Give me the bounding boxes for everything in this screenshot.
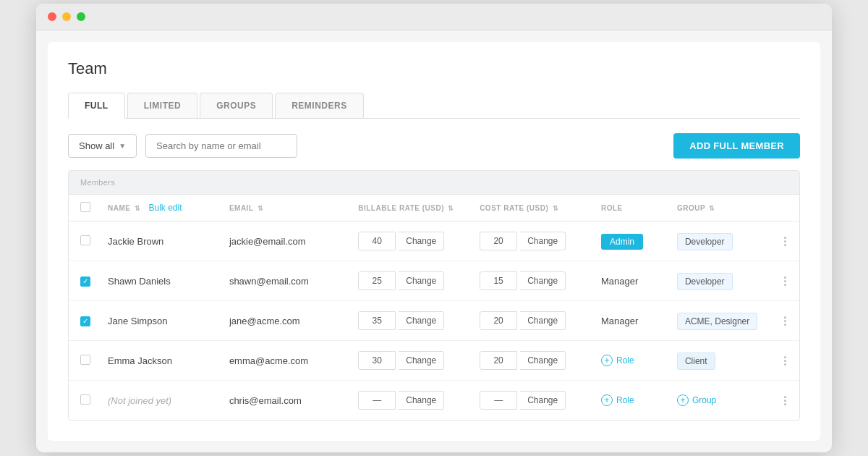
col-email: EMAIL ⇅ [221,195,349,221]
row-actions [771,221,799,261]
row-checkbox[interactable] [80,276,90,287]
table-row: Jane Simpsonjane@acme.comChangeChangeMan… [69,301,799,341]
billable-rate-change-button[interactable]: Change [399,232,444,250]
table-row: Jackie Brownjackie@email.comChangeChange… [69,221,799,261]
add-group-button[interactable]: +Group [677,394,762,406]
role-text: Manager [601,316,638,326]
billable-rate-input[interactable] [358,351,396,370]
member-role: +Role [592,381,668,421]
member-email: emma@acme.com [221,341,349,381]
member-name: Shawn Daniels [108,276,171,287]
role-badge: Admin [601,234,643,250]
table-row: (Not joined yet)chris@email.comChangeCha… [69,381,799,421]
member-role: Admin [592,221,668,261]
row-checkbox[interactable] [80,316,90,326]
member-name: Emma Jackson [108,355,172,366]
add-role-button[interactable]: +Role [601,394,660,406]
row-actions [771,261,799,301]
select-all-checkbox[interactable] [80,202,90,212]
billable-rate-change-button[interactable]: Change [399,391,444,410]
cost-rate-input[interactable] [480,232,517,250]
group-badge: Client [677,352,715,370]
billable-rate-change-button[interactable]: Change [399,271,444,290]
more-options-button[interactable] [780,393,791,408]
search-input[interactable] [145,134,297,158]
main-content: Team FULL LIMITED GROUPS REMINDERS Show … [48,42,820,441]
section-label: Members [69,171,799,195]
more-options-button[interactable] [780,313,791,329]
plus-icon: + [677,394,689,406]
cost-sort-icon[interactable]: ⇅ [553,205,559,212]
row-checkbox[interactable] [80,235,90,245]
page-title: Team [68,59,800,78]
table-header-row: NAME ⇅ Bulk edit EMAIL ⇅ BILLABLE RATE (… [69,195,799,221]
member-name: Jackie Brown [108,236,163,247]
plus-icon: + [601,394,613,406]
billable-rate-change-button[interactable]: Change [399,311,444,330]
col-cost-rate: COST RATE (USD) ⇅ [471,195,592,221]
show-all-label: Show all [79,140,114,151]
tab-full[interactable]: FULL [68,93,125,119]
add-full-member-button[interactable]: ADD FULL MEMBER [673,133,800,159]
member-email: chris@email.com [221,381,349,421]
more-options-button[interactable] [780,353,791,368]
minimize-dot[interactable] [62,12,71,21]
col-billable-rate: BILLABLE RATE (USD) ⇅ [349,195,471,221]
cost-rate-input[interactable] [480,351,517,370]
col-actions [771,195,799,221]
tab-bar: FULL LIMITED GROUPS REMINDERS [68,93,800,119]
member-name: (Not joined yet) [108,395,171,406]
member-group: +Group [668,381,771,421]
plus-icon: + [601,355,613,366]
cost-rate-change-button[interactable]: Change [520,271,566,290]
app-window: Team FULL LIMITED GROUPS REMINDERS Show … [36,4,832,452]
bulk-edit-button[interactable]: Bulk edit [149,203,182,213]
billable-rate-input[interactable] [358,391,396,410]
cost-rate-change-button[interactable]: Change [520,391,566,410]
row-checkbox[interactable] [80,394,90,405]
group-badge: ACME, Designer [677,313,757,330]
cost-rate-change-button[interactable]: Change [520,232,566,250]
row-actions [771,341,799,381]
add-role-button[interactable]: +Role [601,355,660,366]
cost-rate-input[interactable] [480,391,517,410]
name-sort-icon[interactable]: ⇅ [135,205,141,212]
table-row: Emma Jacksonemma@acme.comChangeChange+Ro… [69,341,799,381]
members-table: NAME ⇅ Bulk edit EMAIL ⇅ BILLABLE RATE (… [69,195,799,420]
col-checkbox [69,195,99,221]
row-actions [771,301,799,341]
group-badge: Developer [677,273,733,290]
toolbar: Show all ▼ ADD FULL MEMBER [68,133,800,159]
chevron-down-icon: ▼ [119,142,126,150]
maximize-dot[interactable] [77,12,85,21]
cost-rate-input[interactable] [480,271,517,290]
cost-rate-input[interactable] [480,311,517,330]
billable-rate-input[interactable] [358,311,396,330]
cost-rate-change-button[interactable]: Change [520,311,566,330]
row-actions [771,381,799,421]
member-group: Client [668,341,771,381]
close-dot[interactable] [48,12,56,21]
member-role: Manager [592,301,668,341]
billable-sort-icon[interactable]: ⇅ [448,205,454,212]
row-checkbox[interactable] [80,355,90,365]
cost-rate-change-button[interactable]: Change [520,351,566,370]
billable-rate-change-button[interactable]: Change [399,351,444,370]
show-all-button[interactable]: Show all ▼ [68,134,137,158]
col-name: NAME ⇅ Bulk edit [99,195,221,221]
table-row: Shawn Danielsshawn@email.comChangeChange… [69,261,799,301]
group-sort-icon[interactable]: ⇅ [709,205,715,212]
member-email: jackie@email.com [221,221,349,261]
billable-rate-input[interactable] [358,232,396,250]
email-sort-icon[interactable]: ⇅ [258,205,264,212]
tab-reminders[interactable]: REMINDERS [275,93,364,118]
member-role: Manager [592,261,668,301]
role-text: Manager [601,276,638,287]
col-role: ROLE [592,195,668,221]
tab-limited[interactable]: LIMITED [127,93,198,118]
member-group: Developer [668,221,771,261]
billable-rate-input[interactable] [358,271,396,290]
tab-groups[interactable]: GROUPS [200,93,273,118]
more-options-button[interactable] [780,274,791,289]
more-options-button[interactable] [780,234,791,249]
